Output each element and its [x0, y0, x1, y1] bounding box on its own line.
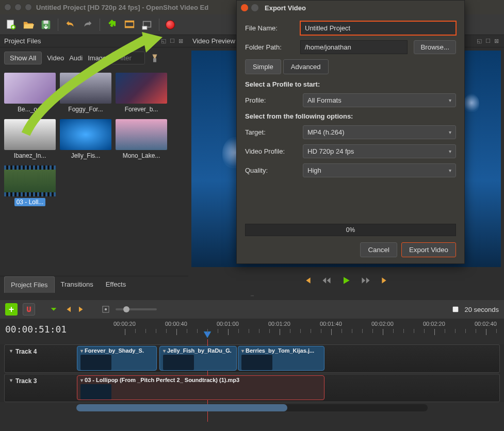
zoom-level-label: 20 seconds	[465, 306, 499, 313]
dialog-minimize-icon[interactable]	[251, 4, 258, 11]
file-thumb[interactable]: 03 - Loll...	[4, 165, 56, 208]
export-video-confirm-button[interactable]: Export Video	[401, 242, 456, 257]
cancel-button[interactable]: Cancel	[360, 242, 397, 257]
folder-path-label: Folder Path:	[245, 43, 294, 51]
file-thumb[interactable]: Ibanez_In...	[4, 119, 56, 161]
timeline-ruler[interactable]: 00:00:2000:00:4000:01:0000:01:2000:01:40…	[72, 319, 504, 343]
ruler-tick: 00:02:00	[371, 321, 394, 327]
open-project-icon[interactable]	[23, 19, 34, 30]
center-playhead-icon[interactable]	[101, 305, 110, 314]
tab-advanced[interactable]: Advanced	[283, 59, 329, 74]
svg-rect-12	[452, 307, 458, 312]
chevron-down-icon: ▾	[449, 129, 451, 135]
track-header[interactable]: ▾Track 3	[5, 374, 72, 402]
tab-transitions[interactable]: Transitions	[55, 276, 100, 293]
panel-controls-icon[interactable]: ◱ ☐ ⊠	[477, 38, 500, 44]
ruler-tick: 00:02:20	[423, 321, 445, 327]
track-row: ▾Track 3 ▾ 03 - Lollipop (From _Pitch Pe…	[4, 374, 500, 402]
snap-button[interactable]	[23, 303, 35, 316]
zoom-slider[interactable]	[116, 308, 157, 310]
panel-controls-icon[interactable]: ◱ ☐ ⊠	[161, 38, 184, 44]
close-icon[interactable]	[4, 4, 11, 11]
zoom-menu-icon[interactable]	[451, 305, 460, 313]
filter-image-link[interactable]: Image	[88, 54, 106, 62]
track-row: ▾Track 4 ▾ Forever_by_Shady_S.▾ Jelly_Fi…	[4, 344, 500, 373]
svg-rect-9	[153, 58, 156, 62]
track-header[interactable]: ▾Track 4	[5, 345, 72, 372]
chevron-down-icon: ▾	[10, 377, 12, 383]
svg-rect-5	[125, 21, 134, 22]
chevron-down-icon: ▾	[449, 148, 451, 154]
ruler-tick: 00:00:20	[113, 321, 136, 327]
redo-icon[interactable]	[82, 19, 93, 30]
play-icon[interactable]	[341, 275, 351, 288]
file-thumb[interactable]: Mono_Lake...	[116, 119, 167, 161]
browse-button[interactable]: Browse...	[414, 40, 456, 54]
prev-marker-icon[interactable]	[63, 305, 72, 314]
export-video-dialog: Export Video File Name: Folder Path: Bro…	[236, 0, 465, 264]
ruler-tick: 00:01:20	[268, 321, 290, 327]
timeline-clip[interactable]: ▾ 03 - Lollipop (From _Pitch Perfect 2_ …	[77, 375, 324, 400]
clear-filter-icon[interactable]	[150, 54, 159, 63]
profile-select[interactable]: All Formats▾	[303, 93, 456, 107]
add-track-button[interactable]: +	[5, 303, 18, 316]
timeline-scrollbar[interactable]	[76, 404, 428, 411]
video-profile-select[interactable]: HD 720p 24 fps▾	[303, 144, 456, 158]
file-thumb[interactable]: Be..._o...	[4, 73, 56, 115]
filter-input[interactable]	[111, 52, 145, 64]
tab-effects[interactable]: Effects	[100, 276, 133, 293]
svg-rect-6	[125, 26, 134, 27]
file-thumb[interactable]: Foggy_For...	[60, 73, 111, 115]
timeline-clip[interactable]: ▾ Berries_by_Tom_Kijas.j...	[238, 346, 324, 371]
timecode-display: 00:00:51:01	[0, 319, 72, 343]
file-name-input[interactable]	[300, 21, 456, 35]
thumbnails-grid: Be..._o... Foggy_For... Forever_b... Iba…	[0, 69, 188, 212]
jump-end-icon[interactable]	[380, 275, 391, 288]
video-profile-label: Video Profile:	[245, 147, 303, 155]
show-all-button[interactable]: Show All	[4, 52, 42, 64]
filter-video-link[interactable]: Video	[47, 54, 64, 62]
undo-icon[interactable]	[64, 19, 76, 30]
tab-simple[interactable]: Simple	[245, 59, 281, 74]
panel-resize-handle[interactable]: ┉	[0, 293, 504, 300]
file-thumb[interactable]: Jelly_Fis...	[60, 119, 111, 161]
quality-label: Quality:	[245, 167, 303, 174]
svg-rect-8	[142, 26, 147, 29]
timeline-clip[interactable]: ▾ Jelly_Fish_by_RaDu_G.	[159, 346, 237, 371]
timeline-clip[interactable]: ▾ Forever_by_Shady_S.	[77, 346, 157, 371]
profile-icon[interactable]	[124, 19, 135, 30]
fullscreen-icon[interactable]	[141, 19, 153, 30]
dialog-titlebar[interactable]: Export Video	[237, 1, 464, 15]
minimize-icon[interactable]	[14, 4, 22, 11]
new-project-icon[interactable]	[5, 19, 17, 30]
fast-forward-icon[interactable]	[361, 275, 371, 288]
video-preview-header: Video Preview	[192, 37, 235, 45]
window-title: Untitled Project [HD 720p 24 fps] - Open…	[36, 4, 208, 11]
next-marker-icon[interactable]	[77, 305, 87, 314]
tab-project-files[interactable]: Project Files	[4, 276, 55, 293]
jump-start-icon[interactable]	[302, 275, 312, 288]
file-thumb[interactable]: Forever_b...	[116, 73, 167, 115]
folder-path-input[interactable]	[300, 40, 408, 54]
chevron-down-icon: ▾	[10, 348, 12, 354]
dialog-title: Export Video	[265, 4, 306, 12]
quality-select[interactable]: High▾	[303, 163, 456, 177]
save-project-icon[interactable]	[40, 19, 52, 30]
profile-section-label: Select a Profile to start:	[245, 80, 456, 88]
rewind-icon[interactable]	[321, 275, 332, 288]
profile-label: Profile:	[245, 96, 303, 104]
import-files-icon[interactable]	[106, 19, 118, 30]
chevron-down-icon: ▾	[449, 168, 451, 173]
playback-controls	[188, 270, 504, 293]
project-files-header: Project Files	[4, 37, 41, 45]
ruler-tick: 00:02:40	[475, 321, 497, 327]
maximize-icon[interactable]	[25, 4, 32, 11]
marker-dropdown-icon[interactable]	[50, 305, 58, 313]
target-select[interactable]: MP4 (h.264)▾	[303, 125, 456, 139]
chevron-down-icon: ▾	[449, 97, 451, 103]
project-files-panel: Project Files ◱ ☐ ⊠ Show All Video Audi …	[0, 35, 188, 293]
filter-audio-link[interactable]: Audi	[69, 54, 83, 62]
export-progress-bar: 0%	[245, 224, 456, 236]
export-video-button[interactable]	[166, 20, 175, 29]
dialog-close-icon[interactable]	[241, 4, 248, 11]
